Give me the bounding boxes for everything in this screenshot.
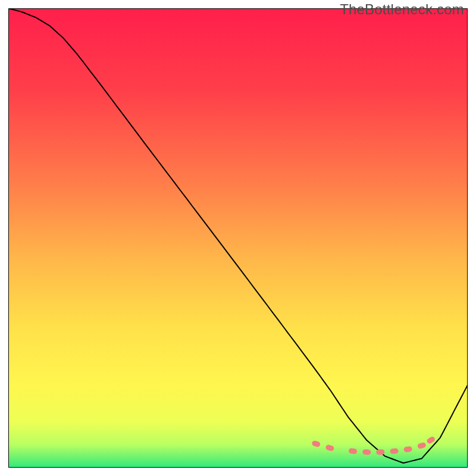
highlight-dot [390,448,399,454]
highlight-dot [362,449,371,455]
chart-frame: TheBottleneck.com [0,0,476,476]
gradient-background [8,8,468,468]
highlight-dot [376,449,384,455]
plot-area [8,8,468,468]
chart-svg [8,8,468,468]
watermark-text: TheBottleneck.com [340,1,464,18]
